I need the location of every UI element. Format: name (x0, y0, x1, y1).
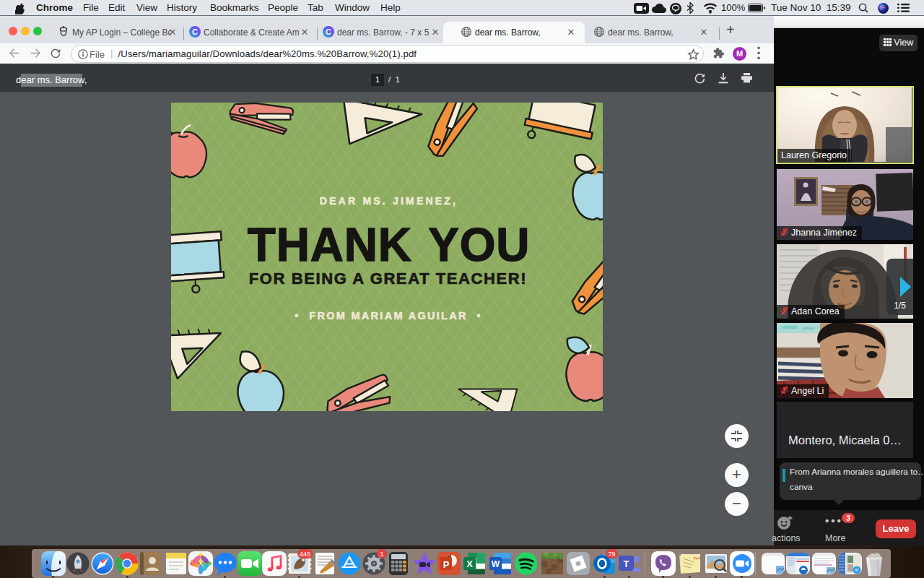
svg-text:C: C (326, 27, 331, 36)
svg-text:T: T (624, 558, 629, 569)
svg-text:C: C (192, 27, 198, 36)
svg-text:W: W (492, 559, 500, 569)
svg-text:X: X (466, 558, 473, 569)
svg-text:Pass: Pass (693, 555, 702, 561)
svg-text:P: P (443, 559, 450, 570)
